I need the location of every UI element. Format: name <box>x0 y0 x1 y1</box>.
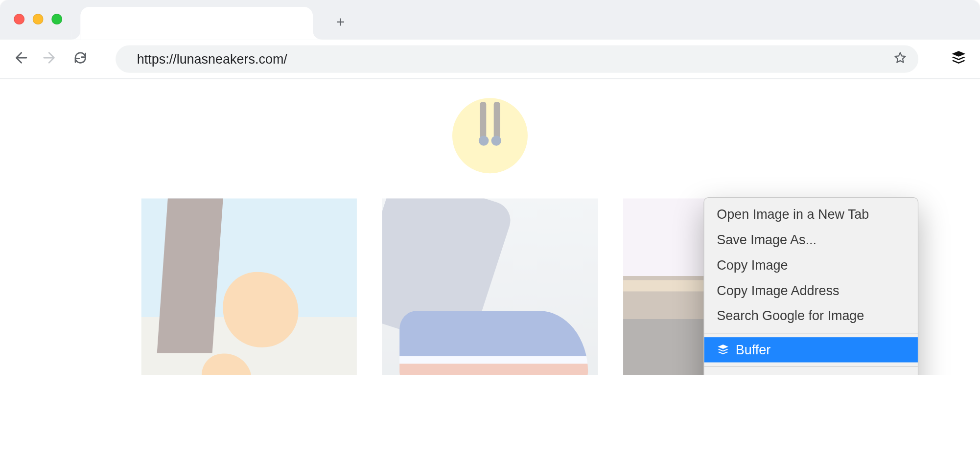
new-tab-button[interactable] <box>330 10 350 34</box>
tab-strip <box>0 0 980 40</box>
menu-label: Copy Image <box>717 255 788 276</box>
back-button[interactable] <box>6 45 34 72</box>
gallery-image[interactable] <box>382 199 598 375</box>
menu-label: Search Google for Image <box>717 306 864 326</box>
buffer-icon <box>951 49 967 68</box>
buffer-icon <box>717 344 729 356</box>
menu-label: Inspect <box>717 373 759 375</box>
toolbar: https://lunasneakers.com/ <box>0 40 980 79</box>
menu-copy-image-address[interactable]: Copy Image Address <box>704 278 918 303</box>
site-logo <box>452 98 528 173</box>
menu-search-google-image[interactable]: Search Google for Image <box>704 303 918 329</box>
reload-button[interactable] <box>67 45 94 72</box>
browser-window: https://lunasneakers.com/ <box>0 0 980 375</box>
menu-label: Open Image in a New Tab <box>717 204 869 225</box>
menu-separator <box>704 333 918 333</box>
menu-copy-image[interactable]: Copy Image <box>704 253 918 278</box>
close-window-button[interactable] <box>14 14 24 24</box>
menu-buffer[interactable]: Buffer <box>704 337 918 363</box>
star-icon <box>893 52 907 67</box>
menu-label: Buffer <box>736 340 770 360</box>
menu-inspect[interactable]: Inspect <box>704 371 918 375</box>
arrow-right-icon <box>43 50 58 68</box>
menu-label: Save Image As... <box>717 230 817 250</box>
plus-icon <box>334 13 347 31</box>
address-bar[interactable]: https://lunasneakers.com/ <box>116 45 918 72</box>
menu-save-image-as[interactable]: Save Image As... <box>704 227 918 253</box>
menu-label: Copy Image Address <box>717 280 839 301</box>
arrow-left-icon <box>13 50 28 68</box>
minimize-window-button[interactable] <box>33 14 44 24</box>
menu-separator <box>704 367 918 367</box>
menu-open-image-new-tab[interactable]: Open Image in a New Tab <box>704 202 918 227</box>
browser-tab[interactable] <box>80 7 313 40</box>
context-menu: Open Image in a New Tab Save Image As...… <box>703 197 918 375</box>
window-controls <box>14 14 62 24</box>
buffer-extension-button[interactable] <box>946 46 971 71</box>
bookmark-button[interactable] <box>893 50 907 68</box>
page-content: Open Image in a New Tab Save Image As...… <box>0 79 980 375</box>
gallery-image[interactable] <box>141 199 357 375</box>
fullscreen-window-button[interactable] <box>51 14 62 24</box>
reload-icon <box>73 50 88 68</box>
forward-button[interactable] <box>36 45 64 72</box>
url-text: https://lunasneakers.com/ <box>137 51 893 67</box>
